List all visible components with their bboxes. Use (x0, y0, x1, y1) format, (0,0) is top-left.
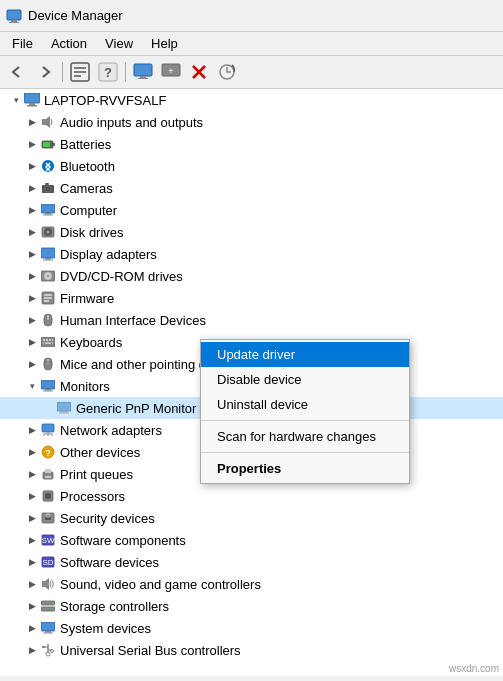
svg-rect-26 (45, 183, 49, 185)
sound-expander[interactable]: ▶ (24, 576, 40, 592)
properties-button[interactable] (67, 59, 93, 85)
softdev-expander[interactable]: ▶ (24, 554, 40, 570)
softcomp-expander[interactable]: ▶ (24, 532, 40, 548)
printq-label: Print queues (60, 467, 133, 482)
security-label: Security devices (60, 511, 155, 526)
tree-item-security[interactable]: ▶ Security devices (0, 507, 503, 529)
audio-icon (40, 114, 56, 130)
usb-expander[interactable]: ▶ (24, 642, 40, 658)
ctx-properties[interactable]: Properties (201, 456, 409, 481)
tree-item-processors[interactable]: ▶ Processors (0, 485, 503, 507)
storage-expander[interactable]: ▶ (24, 598, 40, 614)
ctx-update-driver[interactable]: Update driver (201, 342, 409, 367)
svg-rect-42 (44, 297, 52, 299)
cameras-label: Cameras (60, 181, 113, 196)
tree-item-disk[interactable]: ▶ Disk drives (0, 221, 503, 243)
other-expander[interactable]: ▶ (24, 444, 40, 460)
svg-rect-62 (57, 402, 71, 411)
firmware-expander[interactable]: ▶ (24, 290, 40, 306)
help-button[interactable]: ? (95, 59, 121, 85)
svg-rect-98 (43, 633, 53, 634)
remove-button[interactable] (186, 59, 212, 85)
tree-item-firmware[interactable]: ▶ Firmware (0, 287, 503, 309)
tree-item-display[interactable]: ▶ Display adapters (0, 243, 503, 265)
root-icon (24, 92, 40, 108)
back-button[interactable] (4, 59, 30, 85)
dvd-icon (40, 268, 56, 284)
monitor-button[interactable] (130, 59, 156, 85)
ctx-scan-changes[interactable]: Scan for hardware changes (201, 424, 409, 449)
hid-expander[interactable]: ▶ (24, 312, 40, 328)
svg-rect-17 (27, 105, 37, 107)
softcomp-label: Software components (60, 533, 186, 548)
display-expander[interactable]: ▶ (24, 246, 40, 262)
menu-action[interactable]: Action (43, 34, 95, 53)
dvd-expander[interactable]: ▶ (24, 268, 40, 284)
title-bar-text: Device Manager (28, 8, 123, 23)
svg-text:?: ? (104, 65, 112, 80)
svg-rect-64 (59, 413, 69, 414)
keyboards-icon (40, 334, 56, 350)
tree-item-computer[interactable]: ▶ Computer (0, 199, 503, 221)
processors-expander[interactable]: ▶ (24, 488, 40, 504)
menu-help[interactable]: Help (143, 34, 186, 53)
computer-expander[interactable]: ▶ (24, 202, 40, 218)
cameras-expander[interactable]: ▶ (24, 180, 40, 196)
svg-point-102 (51, 650, 54, 653)
security-expander[interactable]: ▶ (24, 510, 40, 526)
svg-rect-61 (43, 391, 53, 392)
pnp-icon (56, 400, 72, 416)
svg-rect-36 (43, 260, 53, 261)
svg-rect-60 (45, 389, 51, 391)
network-expander[interactable]: ▶ (24, 422, 40, 438)
root-expander[interactable]: ▾ (8, 92, 24, 108)
tree-item-hid[interactable]: ▶ Human Interface Devices (0, 309, 503, 331)
forward-button[interactable] (32, 59, 58, 85)
tree-item-audio[interactable]: ▶ Audio inputs and outputs (0, 111, 503, 133)
svg-point-46 (47, 315, 49, 317)
svg-text:+: + (168, 66, 173, 76)
printq-expander[interactable]: ▶ (24, 466, 40, 482)
tree-item-sound[interactable]: ▶ Sound, video and game controllers (0, 573, 503, 595)
svg-rect-77 (45, 493, 51, 499)
menu-bar: File Action View Help (0, 32, 503, 56)
security-icon (40, 510, 56, 526)
add-driver-button[interactable]: + (158, 59, 184, 85)
disk-label: Disk drives (60, 225, 124, 240)
svg-point-32 (47, 231, 50, 234)
tree-item-usb[interactable]: ▶ Universal Serial Bus controllers (0, 639, 503, 661)
bluetooth-expander[interactable]: ▶ (24, 158, 40, 174)
batteries-icon (40, 136, 56, 152)
batteries-label: Batteries (60, 137, 111, 152)
audio-expander[interactable]: ▶ (24, 114, 40, 130)
svg-rect-0 (7, 10, 21, 20)
batteries-expander[interactable]: ▶ (24, 136, 40, 152)
cameras-icon (40, 180, 56, 196)
tree-item-dvd[interactable]: ▶ DVD/CD-ROM drives (0, 265, 503, 287)
sysdev-icon (40, 620, 56, 636)
disk-expander[interactable]: ▶ (24, 224, 40, 240)
tree-item-batteries[interactable]: ▶ Batteries (0, 133, 503, 155)
tree-item-softdev[interactable]: ▶ SD Software devices (0, 551, 503, 573)
sound-label: Sound, video and game controllers (60, 577, 261, 592)
tree-item-softcomp[interactable]: ▶ SW Software components (0, 529, 503, 551)
ctx-uninstall-device[interactable]: Uninstall device (201, 392, 409, 417)
menu-file[interactable]: File (4, 34, 41, 53)
scan-button[interactable] (214, 59, 240, 85)
sysdev-expander[interactable]: ▶ (24, 620, 40, 636)
menu-view[interactable]: View (97, 34, 141, 53)
keyboards-expander[interactable]: ▶ (24, 334, 40, 350)
tree-item-storage[interactable]: ▶ Storage controllers (0, 595, 503, 617)
mice-expander[interactable]: ▶ (24, 356, 40, 372)
svg-point-57 (47, 359, 49, 361)
tree-item-sysdev[interactable]: ▶ System devices (0, 617, 503, 639)
processors-icon (40, 488, 56, 504)
svg-rect-63 (61, 411, 67, 413)
ctx-disable-device[interactable]: Disable device (201, 367, 409, 392)
tree-item-bluetooth[interactable]: ▶ Bluetooth (0, 155, 503, 177)
monitors-expander[interactable]: ▾ (24, 378, 40, 394)
tree-root[interactable]: ▾ LAPTOP-RVVFSALF (0, 89, 503, 111)
usb-icon (40, 642, 56, 658)
tree-item-cameras[interactable]: ▶ Cameras (0, 177, 503, 199)
computer-icon (40, 202, 56, 218)
